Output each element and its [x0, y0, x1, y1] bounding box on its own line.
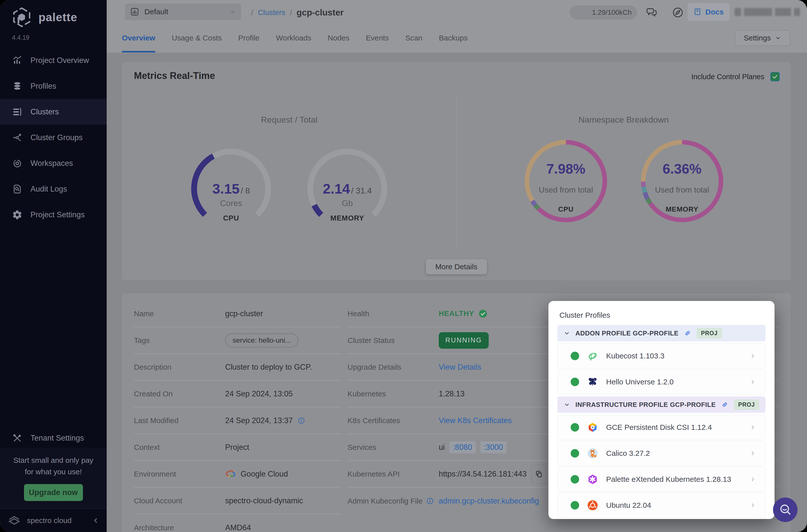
help-search-fab[interactable]	[773, 497, 797, 522]
doc-search-icon	[12, 184, 22, 194]
created-on-value: 24 Sep 2024, 13:05	[225, 390, 293, 398]
namespace-breakdown-title: Namespace Breakdown	[456, 115, 791, 125]
status-dot-green	[571, 475, 579, 483]
info-icon[interactable]	[297, 417, 305, 424]
sidebar-item-workspaces[interactable]: Workspaces	[0, 150, 107, 176]
link-icon[interactable]	[721, 401, 729, 408]
tab-profile[interactable]: Profile	[238, 25, 260, 53]
project-selector[interactable]: Default	[125, 3, 241, 20]
sidebar-footer: spectro cloud	[0, 508, 107, 532]
details-left-column: Name gcp-cluster Tags service: hello-uni…	[134, 301, 341, 532]
profile-row-hello-universe[interactable]: Hello Universe 1.2.0	[558, 369, 766, 394]
detail-row-name: Name gcp-cluster	[134, 301, 341, 327]
sidebar-item-audit-logs[interactable]: Audit Logs	[0, 176, 107, 202]
redacted-block	[734, 8, 741, 16]
profile-row-palette-extended-kubernetes[interactable]: Palette eXtended Kubernetes 1.28.13	[558, 467, 766, 492]
detail-label: Architecture	[134, 524, 225, 532]
chevron-right-icon	[749, 476, 756, 483]
detail-row-description: Description Cluster to deploy to GCP.	[134, 354, 341, 381]
service-name: ui	[439, 443, 445, 452]
proj-badge: PROJ	[734, 399, 759, 410]
chevron-down-icon	[563, 330, 570, 337]
sidebar-item-project-settings[interactable]: Project Settings	[0, 202, 107, 228]
collapse-sidebar-icon[interactable]	[92, 517, 100, 524]
sidebar-item-tenant-settings[interactable]: Tenant Settings	[0, 425, 107, 451]
topbar: Default / Clusters / gcp-cluster 1.29/10…	[107, 0, 807, 25]
profile-row-ubuntu[interactable]: Ubuntu 22.04	[558, 493, 766, 518]
profile-row-calico[interactable]: Calico 3.27.2	[558, 441, 766, 466]
project-selector-value: Default	[145, 7, 225, 16]
sidebar-item-cluster-groups[interactable]: Cluster Groups	[0, 125, 107, 150]
kubeconfig-file-link[interactable]: admin.gcp-cluster.kubeconfig	[439, 496, 539, 506]
include-control-planes-checkbox[interactable]	[770, 72, 780, 81]
compass-icon[interactable]	[671, 6, 684, 19]
detail-row-created-on: Created On 24 Sep 2024, 13:05	[134, 381, 341, 407]
sidebar-item-label: Project Overview	[31, 56, 89, 65]
copy-api-button[interactable]	[531, 464, 547, 484]
view-k8s-certificates-link[interactable]: View K8s Certificates	[439, 416, 512, 425]
tag-pill[interactable]: service: hello-uni...	[225, 334, 298, 347]
sidebar-item-label: Cluster Groups	[31, 133, 82, 142]
chevron-down-icon	[563, 401, 570, 408]
memory-request-value: 2.14	[323, 181, 350, 196]
request-total-title: Request / Total	[122, 115, 456, 125]
memory-used-subtext: Used from total	[641, 185, 723, 194]
chevron-down-icon	[230, 8, 236, 15]
settings-button[interactable]: Settings	[735, 30, 790, 46]
detail-label: Services	[348, 443, 439, 452]
detail-row-cloud-account: Cloud Account spectro-cloud-dynamic	[134, 488, 341, 514]
service-port-link[interactable]: :3000	[480, 441, 507, 453]
chevron-right-icon	[749, 424, 756, 431]
metrics-title: Metrics Real-Time	[134, 71, 215, 81]
link-icon[interactable]	[683, 329, 692, 337]
profile-row-kubecost[interactable]: Kubecost 1.103.3	[558, 343, 766, 368]
status-dot-green	[571, 423, 579, 432]
app-window: palette 4.4.19 Project Overview Profiles	[0, 0, 807, 532]
chat-icon[interactable]	[645, 6, 658, 19]
cpu-total-value: / 8	[241, 186, 250, 195]
sidebar-item-label: Tenant Settings	[31, 434, 84, 442]
docs-button[interactable]: Docs	[688, 3, 730, 21]
description-value: Cluster to deploy to GCP.	[225, 363, 312, 372]
status-dot-green	[571, 352, 579, 360]
sidebar-item-profiles[interactable]: Profiles	[0, 73, 107, 99]
kubecost-icon	[587, 350, 599, 362]
tab-events[interactable]: Events	[366, 25, 389, 53]
sidebar-item-label: Clusters	[31, 108, 59, 116]
tab-backups[interactable]: Backups	[439, 25, 468, 53]
proj-badge: PROJ	[697, 328, 722, 339]
copy-icon	[535, 470, 543, 478]
breadcrumb-clusters-link[interactable]: Clusters	[258, 8, 285, 17]
docs-label: Docs	[705, 8, 724, 16]
service-port-link[interactable]: :8080	[449, 441, 476, 453]
sidebar-item-label: Workspaces	[31, 159, 73, 168]
detail-row-last-modified: Last Modified 24 Sep 2024, 13:37	[134, 407, 341, 434]
upgrade-now-button[interactable]: Upgrade now	[24, 484, 83, 501]
infrastructure-profile-section-header[interactable]: INFRASTRUCTURE PROFILE GCP-PROFILE PROJ	[558, 396, 766, 413]
sidebar-item-clusters[interactable]: Clusters	[0, 99, 107, 125]
tab-nodes[interactable]: Nodes	[328, 25, 350, 53]
profile-row-gce-disk[interactable]: GCE Persistent Disk CSI 1.12.4	[558, 415, 766, 440]
health-check-icon	[478, 309, 488, 319]
detail-row-architecture: Architecture AMD64	[134, 514, 341, 532]
settings-button-label: Settings	[744, 34, 771, 42]
view-details-link[interactable]: View Details	[439, 363, 481, 372]
info-icon[interactable]	[426, 497, 434, 505]
upgrade-promo: Start small and only pay for what you us…	[0, 448, 107, 508]
tab-usage-costs[interactable]: Usage & Costs	[172, 25, 222, 53]
addon-profile-section-header[interactable]: ADDON PROFILE GCP-PROFILE PROJ	[558, 325, 766, 341]
tab-workloads[interactable]: Workloads	[276, 25, 311, 53]
breadcrumb: / Clusters / gcp-cluster	[251, 0, 343, 25]
status-dot-green	[571, 378, 579, 386]
tab-scan[interactable]: Scan	[405, 25, 422, 53]
more-details-button[interactable]: More Details	[426, 259, 487, 274]
sidebar-item-project-overview[interactable]: Project Overview	[0, 48, 107, 73]
calico-icon	[587, 447, 599, 459]
book-icon	[693, 7, 702, 17]
chevron-right-icon	[749, 502, 756, 509]
include-control-planes-label: Include Control Planes	[691, 73, 764, 81]
cpu-gauge-label: CPU	[191, 214, 271, 222]
tab-overview[interactable]: Overview	[122, 25, 155, 53]
last-modified-value: 24 Sep 2024, 13:37	[225, 416, 293, 425]
detail-label: Last Modified	[134, 416, 225, 425]
